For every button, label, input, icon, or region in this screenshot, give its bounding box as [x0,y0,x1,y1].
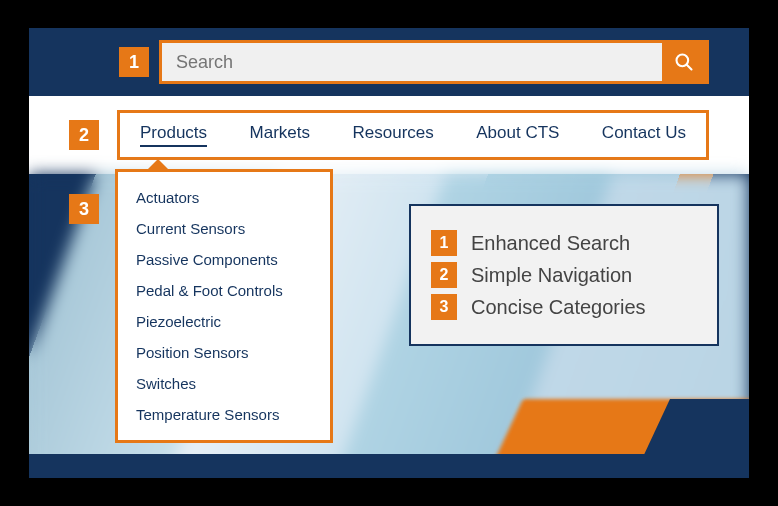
callout-badge-1: 1 [119,47,149,77]
legend-text-2: Simple Navigation [471,264,632,287]
legend-row-2: 2 Simple Navigation [431,262,697,288]
dropdown-item-pedal-foot[interactable]: Pedal & Foot Controls [118,275,330,306]
legend-badge-2: 2 [431,262,457,288]
callout-badge-3: 3 [69,194,99,224]
legend-box: 1 Enhanced Search 2 Simple Navigation 3 … [409,204,719,346]
navbar: 2 Products Markets Resources About CTS C… [29,96,749,174]
dropdown-item-position-sensors[interactable]: Position Sensors [118,337,330,368]
nav-item-resources[interactable]: Resources [353,123,434,147]
nav-item-products[interactable]: Products [140,123,207,147]
dropdown-item-switches[interactable]: Switches [118,368,330,399]
nav-item-markets[interactable]: Markets [250,123,310,147]
search-input[interactable] [162,43,662,81]
search-button[interactable] [662,43,706,81]
legend-row-1: 1 Enhanced Search [431,230,697,256]
search-wrap: 1 [119,40,709,84]
dropdown-item-temperature-sensors[interactable]: Temperature Sensors [118,399,330,430]
hero-bottom-bar [29,454,749,478]
app-frame: 1 2 Products Markets Resources About CTS… [29,28,749,478]
dropdown-item-current-sensors[interactable]: Current Sensors [118,213,330,244]
hero: 3 Actuators Current Sensors Passive Comp… [29,174,749,478]
nav-box: Products Markets Resources About CTS Con… [117,110,709,160]
dropdown-item-piezoelectric[interactable]: Piezoelectric [118,306,330,337]
products-dropdown: Actuators Current Sensors Passive Compon… [115,169,333,443]
legend-text-3: Concise Categories [471,296,646,319]
legend-badge-3: 3 [431,294,457,320]
legend-text-1: Enhanced Search [471,232,630,255]
nav-item-contact[interactable]: Contact Us [602,123,686,147]
search-icon [674,52,694,72]
callout-badge-2: 2 [69,120,99,150]
topbar: 1 [29,28,749,96]
svg-line-1 [687,65,692,70]
dropdown-item-actuators[interactable]: Actuators [118,182,330,213]
legend-badge-1: 1 [431,230,457,256]
legend-row-3: 3 Concise Categories [431,294,697,320]
search-box [159,40,709,84]
dropdown-item-passive-components[interactable]: Passive Components [118,244,330,275]
nav-item-about[interactable]: About CTS [476,123,559,147]
